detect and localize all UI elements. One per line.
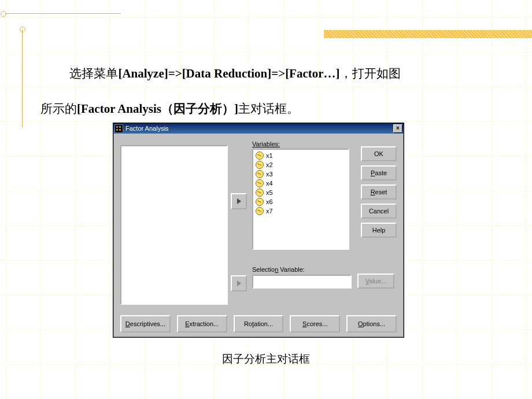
variable-icon <box>256 179 264 187</box>
move-to-selection-button[interactable] <box>231 275 247 291</box>
extraction-button[interactable]: Extraction... <box>177 315 227 332</box>
text-line2-path: [Factor Analysis（因子分析）] <box>77 102 238 116</box>
app-icon <box>114 124 123 133</box>
list-item[interactable]: x3 <box>256 169 346 179</box>
variables-label: Variables: <box>252 141 280 147</box>
slide-corner-decoration <box>0 0 121 40</box>
variable-icon <box>256 152 264 160</box>
variable-icon <box>256 198 264 206</box>
figure-caption: 因子分析主对话框 <box>0 352 532 367</box>
variable-icon <box>256 161 264 169</box>
dialog-body: Variables: x1 x2 x3 x4 x5 x6 x7 Selectio… <box>118 138 399 332</box>
text-line1-prefix: 选择菜单 <box>69 66 118 80</box>
close-button[interactable]: × <box>393 124 402 133</box>
text-line2-suffix: 主对话框。 <box>238 102 299 116</box>
variable-icon <box>256 170 264 178</box>
selection-variable-label: Selection Variable: <box>252 266 305 273</box>
list-item[interactable]: x1 <box>256 151 346 160</box>
list-item[interactable]: x6 <box>256 197 346 206</box>
move-to-variables-button[interactable] <box>231 193 247 209</box>
rotation-button[interactable]: Rotation... <box>234 315 284 332</box>
help-button[interactable]: Help <box>361 223 397 238</box>
selection-variable-input[interactable] <box>252 275 352 289</box>
ok-button[interactable]: OK <box>361 146 397 161</box>
value-button[interactable]: Value... <box>357 274 394 289</box>
paste-button[interactable]: Paste <box>361 165 397 180</box>
text-line1-path: [Analyze]=>[Data Reduction]=>[Factor…] <box>118 66 339 80</box>
cancel-button[interactable]: Cancel <box>361 204 397 219</box>
variables-list[interactable]: x1 x2 x3 x4 x5 x6 x7 <box>252 149 349 250</box>
chevron-right-icon <box>237 280 241 286</box>
chevron-right-icon <box>237 198 241 204</box>
dialog-title-bar: Factor Analysis × <box>113 123 404 134</box>
list-item[interactable]: x5 <box>256 188 346 197</box>
list-item[interactable]: x7 <box>256 206 346 216</box>
text-line1-suffix: ，打开如图 <box>340 66 401 80</box>
slide-text-content: 选择菜单[Analyze]=>[Data Reduction]=>[Factor… <box>40 58 509 128</box>
variable-icon <box>256 189 264 197</box>
descriptives-button[interactable]: Descriptives... <box>120 315 171 332</box>
scores-button[interactable]: Scores... <box>290 315 340 332</box>
list-item[interactable]: x4 <box>256 179 346 188</box>
reset-button[interactable]: Reset <box>361 184 397 200</box>
source-variable-list[interactable] <box>120 145 228 305</box>
variable-icon <box>256 207 264 215</box>
list-item[interactable]: x2 <box>256 160 346 169</box>
options-button[interactable]: Options... <box>346 315 397 332</box>
text-line2-prefix: 所示的 <box>40 102 77 116</box>
factor-analysis-dialog: Factor Analysis × Variables: x1 x2 x3 x4… <box>113 123 404 338</box>
dialog-bottom-buttons: Descriptives... Extraction... Rotation..… <box>120 315 397 330</box>
slide-top-accent-bar <box>324 30 532 38</box>
dialog-title: Factor Analysis <box>125 125 393 132</box>
